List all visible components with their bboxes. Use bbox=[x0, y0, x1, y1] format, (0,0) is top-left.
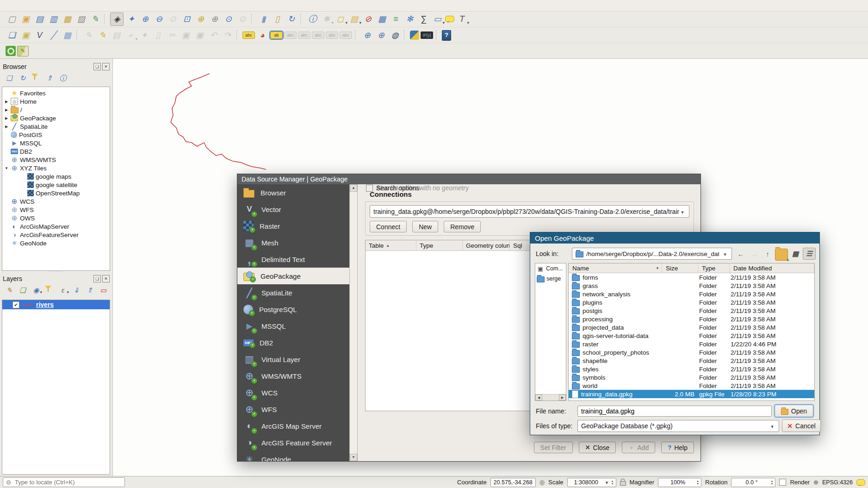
remove-layer-button[interactable]: ▭ bbox=[98, 285, 108, 295]
browser-tree-item[interactable]: GeoNode bbox=[2, 239, 110, 247]
layer-labeling-button[interactable] bbox=[242, 31, 255, 39]
filter-expression-button[interactable]: ε bbox=[58, 285, 68, 295]
add-group-button[interactable]: ❏ bbox=[18, 285, 28, 295]
chevron-down-icon[interactable] bbox=[679, 208, 686, 215]
menu-item[interactable] bbox=[3, 5, 12, 6]
open-project-button[interactable]: ▣ bbox=[19, 13, 32, 25]
move-label-button[interactable] bbox=[312, 31, 324, 39]
file-row[interactable]: plugins Folder 2/11/19 3:58 AM bbox=[569, 298, 814, 307]
new-bookmark-button[interactable]: ▮ bbox=[257, 13, 270, 25]
expand-arrow-icon[interactable]: ▶ bbox=[4, 100, 9, 104]
file-column-header[interactable]: Name▼ bbox=[569, 263, 662, 273]
menu-item[interactable] bbox=[95, 5, 105, 6]
crs-globe-icon[interactable]: ⊕ bbox=[813, 479, 818, 486]
close-button[interactable]: ✕Close bbox=[579, 442, 616, 453]
manage-map-themes-button[interactable]: ◉ bbox=[31, 285, 41, 295]
close-panel-button[interactable]: ✕ bbox=[102, 275, 110, 282]
undo-button[interactable]: ↶ bbox=[207, 29, 220, 42]
file-row[interactable]: training_data.gpkg 2.0 MB gpkg File 1/28… bbox=[569, 390, 814, 398]
refresh-map-button[interactable]: ↻ bbox=[285, 13, 298, 25]
chevron-down-icon[interactable] bbox=[604, 479, 610, 486]
expand-arrow-icon[interactable]: ▶ bbox=[4, 108, 9, 112]
dsm-tab-browser[interactable]: Browser bbox=[237, 184, 349, 201]
zoom-next-button[interactable]: ⊙ bbox=[236, 13, 248, 25]
zoom-to-selection-button[interactable]: ⊕ bbox=[194, 13, 207, 25]
new-folder-button[interactable] bbox=[775, 249, 788, 261]
measure-button[interactable]: ▭ bbox=[431, 13, 444, 25]
add-button[interactable]: ＋Add bbox=[622, 442, 655, 453]
browser-tree-item[interactable]: DB2 bbox=[2, 147, 110, 156]
new-connection-button[interactable]: New bbox=[412, 221, 438, 232]
menu-item[interactable] bbox=[31, 5, 40, 6]
paste-features-button[interactable]: ▣ bbox=[193, 29, 206, 42]
pan-to-selection-button[interactable]: ✦ bbox=[125, 13, 137, 25]
toolbar-icon[interactable] bbox=[355, 30, 358, 40]
menu-item[interactable] bbox=[86, 5, 95, 6]
filter-browser-button[interactable] bbox=[31, 73, 41, 83]
browser-tree-item[interactable]: PostGIS bbox=[2, 131, 110, 139]
collapse-all-button[interactable]: ⇑ bbox=[44, 73, 55, 83]
connect-button[interactable]: Connect bbox=[370, 221, 407, 232]
python-console-button[interactable] bbox=[410, 31, 419, 40]
identify-features-button[interactable]: ⓘ bbox=[306, 13, 319, 25]
file-row[interactable]: grass Folder 2/11/19 3:58 AM bbox=[569, 282, 814, 290]
style-manager-button[interactable]: ✎ bbox=[89, 13, 101, 25]
file-column-header[interactable]: Type bbox=[698, 263, 730, 273]
text-annotation-button[interactable]: T bbox=[456, 13, 468, 25]
save-project-button[interactable]: ▤ bbox=[33, 13, 46, 25]
toolbar-icon[interactable] bbox=[76, 30, 80, 40]
extents-toggle-icon[interactable]: ◎ bbox=[539, 479, 545, 486]
menu-item[interactable] bbox=[21, 5, 31, 6]
browser-tree-item[interactable]: Favorites bbox=[2, 89, 110, 97]
show-layout-manager-button[interactable]: ▧ bbox=[75, 13, 87, 25]
file-name-input[interactable] bbox=[577, 406, 772, 417]
dsm-tab-postgresql[interactable]: PostgreSQL bbox=[237, 301, 349, 318]
add-vector-layer-button[interactable]: V bbox=[33, 29, 46, 42]
dsm-tab-mesh[interactable]: Mesh bbox=[237, 234, 349, 251]
new-print-layout-button[interactable]: ▦ bbox=[61, 13, 74, 25]
rotation-spinbox[interactable]: 0.0 ° ▲▼ bbox=[731, 478, 775, 487]
ipython-console-button[interactable] bbox=[421, 31, 433, 39]
dsm-tab-geopackage[interactable]: GeoPackage bbox=[237, 268, 349, 284]
zoom-native-button[interactable]: ⊙ bbox=[167, 13, 179, 25]
forward-button[interactable]: → bbox=[748, 248, 760, 259]
change-label-button[interactable] bbox=[340, 31, 352, 39]
vertex-tool-button[interactable]: ✦ bbox=[138, 29, 150, 42]
zoom-last-button[interactable]: ⊙ bbox=[222, 13, 235, 25]
file-row[interactable]: symbols Folder 2/11/19 3:58 AM bbox=[569, 373, 814, 382]
copy-features-button[interactable]: ▣ bbox=[180, 29, 192, 42]
layer-item-rivers[interactable]: rivers bbox=[2, 300, 110, 309]
field-calculator-button[interactable]: ≡ bbox=[390, 13, 402, 25]
select-features-button[interactable]: ◻ bbox=[334, 13, 347, 25]
layer-diagram-button[interactable]: ◕ bbox=[256, 29, 269, 42]
browser-tree-item[interactable]: google satellite bbox=[2, 181, 110, 189]
up-button[interactable]: ↑ bbox=[762, 248, 774, 259]
filter-legend-button[interactable] bbox=[44, 285, 55, 295]
browser-tree-item[interactable]: WCS bbox=[2, 197, 110, 206]
coordinate-box[interactable]: 20.575,-34.268 bbox=[490, 478, 536, 487]
plugin-map-button[interactable] bbox=[17, 46, 29, 56]
file-row[interactable]: qgis-server-tutorial-data Folder 2/11/19… bbox=[569, 332, 814, 340]
file-row[interactable]: postgis Folder 2/11/19 3:58 AM bbox=[569, 307, 814, 315]
dsm-tab-wfs[interactable]: WFS bbox=[237, 401, 349, 418]
panel-splitter[interactable]: ······ bbox=[0, 269, 112, 273]
pin-labels-button[interactable] bbox=[284, 31, 297, 39]
table-column-header[interactable]: Geometry colun bbox=[463, 240, 510, 250]
highlight-labels-button[interactable] bbox=[270, 31, 283, 39]
file-row[interactable]: projected_data Folder 2/11/19 3:58 AM bbox=[569, 323, 814, 332]
toggle-editing-button[interactable]: ✎ bbox=[96, 29, 109, 42]
toolbar-icon[interactable] bbox=[300, 14, 304, 24]
collapse-all-layers-button[interactable]: ⇑ bbox=[85, 285, 95, 295]
browser-tree-item[interactable]: google maps bbox=[2, 172, 110, 181]
dsm-tab-raster[interactable]: Raster bbox=[237, 218, 349, 234]
save-layer-edits-button[interactable]: ▤ bbox=[110, 29, 123, 42]
look-in-combobox[interactable]: /home/serge/Dropbox/p/...Data-2.0/exerci… bbox=[572, 248, 732, 260]
add-spatialite-layer-button[interactable]: ╱ bbox=[47, 29, 60, 42]
scale-combobox[interactable]: 1:308000 ▲▼ bbox=[567, 478, 616, 487]
menu-item[interactable] bbox=[77, 5, 86, 6]
dsm-tab-virtual-layer[interactable]: Virtual Layer bbox=[237, 351, 349, 368]
toolbar-icon[interactable] bbox=[436, 30, 439, 40]
toolbar-icon[interactable] bbox=[104, 14, 107, 24]
place-serge[interactable]: serge bbox=[535, 274, 566, 284]
magnifier-spinbox[interactable]: 100% ▲▼ bbox=[658, 478, 701, 487]
